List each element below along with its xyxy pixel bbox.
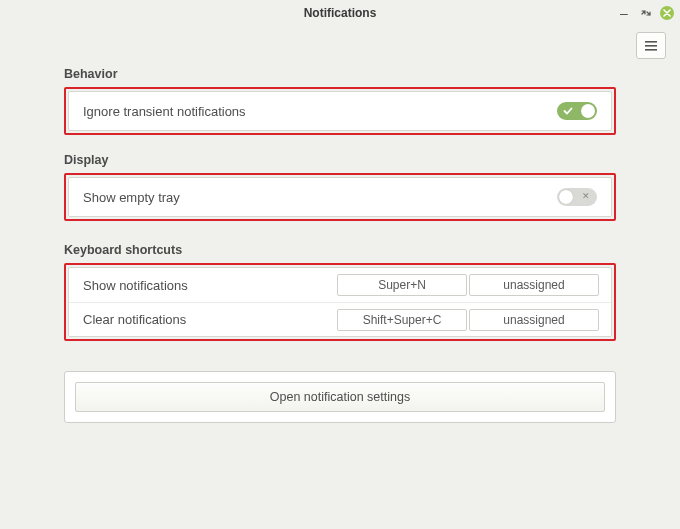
- row-ignore-transient: Ignore transient notifications: [69, 92, 611, 130]
- ignore-transient-label: Ignore transient notifications: [83, 104, 246, 119]
- footer-panel: Open notification settings: [64, 371, 616, 423]
- minimize-button[interactable]: –: [616, 5, 632, 21]
- shortcut-binding-1[interactable]: Super+N: [337, 274, 467, 296]
- section-title-shortcuts: Keyboard shortcuts: [64, 243, 616, 257]
- display-highlight: Show empty tray ✕: [64, 173, 616, 221]
- shortcut-row: Clear notifications Shift+Super+C unassi…: [69, 302, 611, 336]
- content: Behavior Ignore transient notifications …: [0, 59, 680, 423]
- section-title-display: Display: [64, 153, 616, 167]
- svg-rect-2: [645, 49, 657, 51]
- behavior-panel: Ignore transient notifications: [68, 91, 612, 131]
- window-controls: –: [616, 0, 674, 26]
- shortcuts-panel: Show notifications Super+N unassigned Cl…: [68, 267, 612, 337]
- shortcut-name: Clear notifications: [83, 312, 335, 327]
- display-panel: Show empty tray ✕: [68, 177, 612, 217]
- ignore-transient-toggle[interactable]: [557, 102, 597, 120]
- hamburger-icon: [645, 41, 657, 51]
- menu-button[interactable]: [636, 32, 666, 59]
- titlebar: Notifications –: [0, 0, 680, 26]
- shortcut-row: Show notifications Super+N unassigned: [69, 268, 611, 302]
- x-icon: ✕: [582, 191, 590, 201]
- shortcut-binding-2[interactable]: unassigned: [469, 274, 599, 296]
- shortcut-name: Show notifications: [83, 278, 335, 293]
- show-empty-tray-label: Show empty tray: [83, 190, 180, 205]
- svg-rect-0: [645, 41, 657, 43]
- toolbar: [0, 26, 680, 59]
- close-button[interactable]: [660, 6, 674, 20]
- svg-rect-1: [645, 45, 657, 47]
- check-icon: [563, 106, 573, 116]
- row-show-empty-tray: Show empty tray ✕: [69, 178, 611, 216]
- behavior-highlight: Ignore transient notifications: [64, 87, 616, 135]
- shortcut-binding-1[interactable]: Shift+Super+C: [337, 309, 467, 331]
- shortcuts-highlight: Show notifications Super+N unassigned Cl…: [64, 263, 616, 341]
- window-title: Notifications: [304, 6, 377, 20]
- open-notification-settings-button[interactable]: Open notification settings: [75, 382, 605, 412]
- section-title-behavior: Behavior: [64, 67, 616, 81]
- maximize-button[interactable]: [638, 5, 654, 21]
- shortcut-binding-2[interactable]: unassigned: [469, 309, 599, 331]
- show-empty-tray-toggle[interactable]: ✕: [557, 188, 597, 206]
